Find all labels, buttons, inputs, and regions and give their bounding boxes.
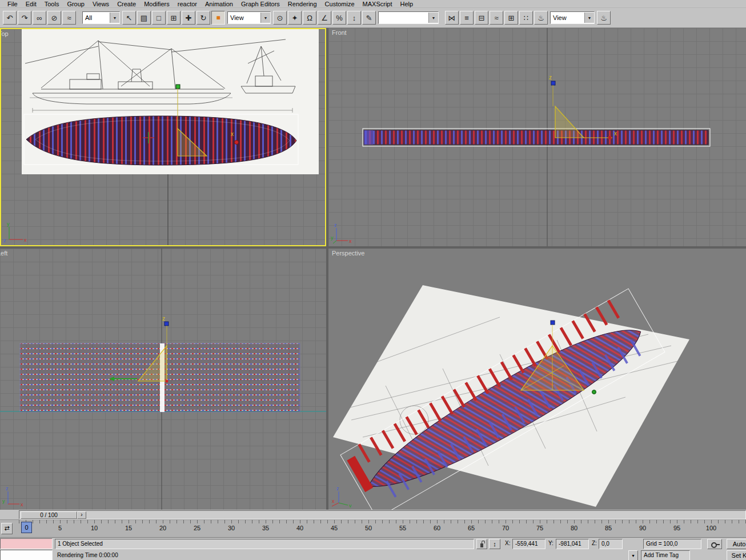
use-pivot-center-icon[interactable]: ⊙ xyxy=(273,11,287,25)
time-slider-track[interactable]: 0 / 100 › xyxy=(19,510,746,519)
menu-rendering[interactable]: Rendering xyxy=(284,0,321,8)
select-move-icon[interactable]: ✚ xyxy=(182,11,195,25)
select-object-icon[interactable]: ↖ xyxy=(122,11,136,25)
frame-tick-label: 35 xyxy=(248,525,283,531)
frame-tick-label: 15 xyxy=(111,525,146,531)
viewport-front[interactable]: z x Front z x y xyxy=(328,28,746,246)
top-viewport-canvas[interactable]: x xyxy=(1,29,325,245)
viewport-label-perspective[interactable]: Perspective xyxy=(332,250,364,257)
menu-edit[interactable]: Edit xyxy=(22,0,41,8)
select-and-link-icon[interactable]: ∞ xyxy=(33,11,46,25)
spinner-snap-icon[interactable]: ↕ xyxy=(347,11,361,25)
menu-help[interactable]: Help xyxy=(396,0,418,8)
render-type-dropdown[interactable]: View ▼ xyxy=(550,11,595,24)
menu-group[interactable]: Group xyxy=(63,0,89,8)
menu-views[interactable]: Views xyxy=(89,0,113,8)
schematic-view-icon[interactable]: ⊞ xyxy=(504,11,518,25)
menu-create[interactable]: Create xyxy=(113,0,140,8)
menu-file[interactable]: File xyxy=(3,0,22,8)
viewport-left[interactable]: z Left z x y xyxy=(0,249,326,510)
status-bar: 1 Object Selected ↕ X: -559,441 Y: -981,… xyxy=(0,538,746,560)
material-editor-icon[interactable]: ∷ xyxy=(519,11,533,25)
set-key-icon[interactable] xyxy=(707,539,722,549)
angle-snap-icon[interactable]: ∠ xyxy=(318,11,331,25)
front-viewport-canvas[interactable]: z x xyxy=(328,28,746,246)
ship-hull-side[interactable] xyxy=(364,130,708,145)
pivot-point xyxy=(176,85,180,89)
axis-tripod: z x y xyxy=(331,485,355,507)
frame-tick-label: 55 xyxy=(386,525,420,531)
hull-stern-sections xyxy=(364,130,373,145)
auto-key-button[interactable]: Auto xyxy=(727,539,746,549)
left-viewport-canvas[interactable]: z xyxy=(0,249,326,510)
named-selection-dropdown[interactable]: ▼ xyxy=(378,11,439,24)
edit-named-selections-icon[interactable]: ✎ xyxy=(362,11,376,25)
menu-graph-editors[interactable]: Graph Editors xyxy=(237,0,284,8)
frame-tick-label: 40 xyxy=(283,525,317,531)
bind-to-spacewarp-icon[interactable]: ≈ xyxy=(62,11,76,25)
y-coordinate-label: Y: xyxy=(548,538,554,549)
frame-tick-label: 70 xyxy=(488,525,523,531)
frame-tick-label: 90 xyxy=(625,525,660,531)
mirror-icon[interactable]: ⋈ xyxy=(445,11,459,25)
viewport-label-top[interactable]: Top xyxy=(0,30,9,37)
maxscript-mini-listener-white[interactable] xyxy=(0,550,53,560)
percent-snap-icon[interactable]: % xyxy=(332,11,346,25)
reference-coordinate-dropdown[interactable]: View ▼ xyxy=(227,11,271,24)
curve-editor-icon[interactable]: ≈ xyxy=(490,11,503,25)
unlink-selection-icon[interactable]: ⊘ xyxy=(47,11,61,25)
track-bar[interactable]: ⇄ 0 510152025303540455055606570758085909… xyxy=(0,519,746,538)
add-time-tag-field[interactable]: Add Time Tag xyxy=(641,550,690,560)
menu-tools[interactable]: Tools xyxy=(41,0,63,8)
selection-status-field: 1 Object Selected xyxy=(55,539,474,549)
selection-filter-dropdown[interactable]: All ▼ xyxy=(82,11,120,24)
chevron-down-icon: ▼ xyxy=(584,13,594,23)
status-row-1: 1 Object Selected ↕ X: -559,441 Y: -981,… xyxy=(0,538,746,550)
svg-text:x: x xyxy=(349,238,352,244)
selection-lock-icon[interactable] xyxy=(476,539,487,549)
select-rotate-icon[interactable]: ↻ xyxy=(196,11,210,25)
menu-customize[interactable]: Customize xyxy=(321,0,359,8)
frame-tick-label: 65 xyxy=(454,525,488,531)
viewport-label-front[interactable]: Front xyxy=(332,29,347,36)
transform-gizmo[interactable] xyxy=(555,106,584,138)
svg-text:y: y xyxy=(2,498,5,504)
undo-icon[interactable]: ↶ xyxy=(3,11,17,25)
time-slider-handle[interactable]: 0 / 100 xyxy=(21,511,77,519)
time-tag-icon[interactable]: ▼ xyxy=(628,550,638,560)
layer-manager-icon[interactable]: ⊟ xyxy=(475,11,488,25)
menu-bar: FileEditToolsGroupViewsCreateModifiersre… xyxy=(0,0,746,8)
menu-modifiers[interactable]: Modifiers xyxy=(140,0,174,8)
next-frame-icon[interactable]: › xyxy=(77,511,86,519)
z-axis-handle xyxy=(551,321,555,325)
select-scale-icon[interactable]: ■ xyxy=(211,11,225,25)
align-icon[interactable]: ≡ xyxy=(460,11,474,25)
menu-animation[interactable]: Animation xyxy=(201,0,237,8)
viewport-perspective[interactable]: Perspective z x y xyxy=(328,249,746,510)
transform-typein-toggle-icon[interactable]: ↕ xyxy=(489,539,500,549)
perspective-viewport-canvas[interactable] xyxy=(328,249,746,510)
select-by-name-icon[interactable]: ▤ xyxy=(137,11,151,25)
menu-reactor[interactable]: reactor xyxy=(174,0,201,8)
toolbar-separator xyxy=(440,11,444,25)
z-coordinate-field[interactable]: 0,0 xyxy=(599,539,623,549)
redo-icon[interactable]: ↷ xyxy=(18,11,31,25)
x-coordinate-field[interactable]: -559,441 xyxy=(512,539,546,549)
window-crossing-icon[interactable]: ⊞ xyxy=(167,11,181,25)
frame-tick-label: 75 xyxy=(523,525,557,531)
viewport-top[interactable]: x Top y x z xyxy=(0,28,326,246)
viewport-label-left[interactable]: Left xyxy=(0,250,7,257)
render-scene-icon[interactable]: ♨ xyxy=(534,11,548,25)
menu-maxscript[interactable]: MAXScript xyxy=(359,0,396,8)
maxscript-mini-listener-pink[interactable] xyxy=(0,538,53,549)
axis-endpoint-dot xyxy=(235,141,239,145)
ship-hull-plan[interactable] xyxy=(26,116,296,165)
lock-icon xyxy=(480,543,483,547)
axis-tripod: z x y xyxy=(2,485,26,507)
rectangular-selection-icon[interactable]: □ xyxy=(152,11,166,25)
snap-3d-icon[interactable]: Ω xyxy=(303,11,316,25)
y-coordinate-field[interactable]: -981,041 xyxy=(556,539,589,549)
quick-render-icon[interactable]: ♨ xyxy=(597,11,611,25)
set-key-button[interactable]: Set K xyxy=(727,550,746,560)
select-manipulate-icon[interactable]: ✦ xyxy=(288,11,302,25)
